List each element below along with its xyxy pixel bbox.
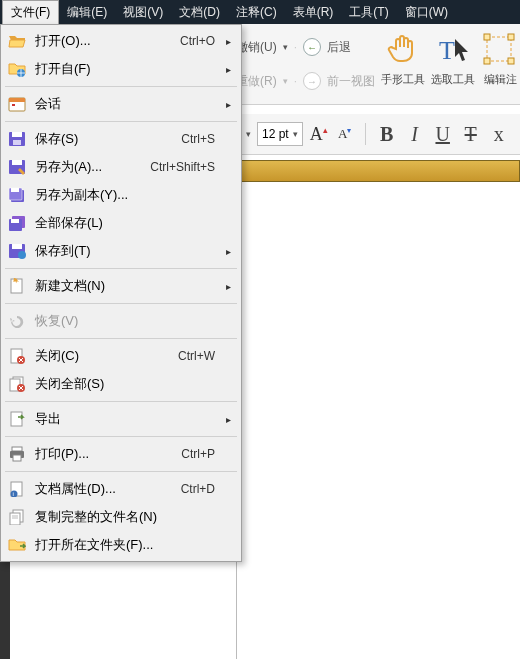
close-all-icon [7,374,27,394]
dropdown-caret-icon[interactable]: ▾ [283,42,288,52]
italic-button[interactable]: I [404,123,426,146]
menu-item[interactable]: 关闭全部(S) [3,370,239,398]
menu-item[interactable]: 打开自(F)▸ [3,55,239,83]
menubar-item-comment[interactable]: 注释(C) [228,0,285,24]
menu-item[interactable]: 新建文档(N)▸ [3,272,239,300]
tool-label: 编辑注 [480,72,520,87]
hand-tool[interactable]: 手形工具 [380,28,426,87]
menu-item[interactable]: i文档属性(D)...Ctrl+D [3,475,239,503]
menu-item[interactable]: 导出▸ [3,405,239,433]
undo-label[interactable]: 撤销(U) [236,39,277,56]
menu-separator [5,401,237,402]
menu-separator [5,338,237,339]
redo-label[interactable]: 重做(R) [236,73,277,90]
menu-item[interactable]: 另存为(A)...Ctrl+Shift+S [3,153,239,181]
menu-item-label: 保存(S) [35,130,173,148]
menu-item[interactable]: 保存到(T)▸ [3,237,239,265]
font-size-combo[interactable]: 12 pt ▾ [257,122,303,146]
menu-item-label: 打开自(F) [35,60,215,78]
menu-item[interactable]: 打开(O)...Ctrl+O▸ [3,27,239,55]
menu-item-label: 打开(O)... [35,32,172,50]
font-size-value: 12 pt [262,127,289,141]
file-menu: 打开(O)...Ctrl+O▸打开自(F)▸会话▸保存(S)Ctrl+S另存为(… [0,24,242,562]
menu-item-label: 全部保存(L) [35,214,215,232]
menu-item-label: 关闭(C) [35,347,170,365]
folder-globe-icon [7,59,27,79]
svg-rect-9 [12,104,15,106]
properties-icon: i [7,479,27,499]
strike-button[interactable]: T [460,123,482,146]
prev-view-arrow-icon[interactable]: → [303,72,321,90]
menu-item[interactable]: 打印(P)...Ctrl+P [3,440,239,468]
menu-item[interactable]: 保存(S)Ctrl+S [3,125,239,153]
menubar-item-tools[interactable]: 工具(T) [341,0,396,24]
menu-separator [5,436,237,437]
grow-font-button[interactable]: A▴ [309,124,329,145]
ribbon-history: 撤销(U) ▾ · ← 后退 重做(R) ▾ · → 前一视图 [236,24,380,104]
submenu-arrow-icon: ▸ [223,281,231,292]
prev-view-label[interactable]: 前一视图 [327,73,375,90]
svg-rect-3 [508,34,514,40]
menu-item[interactable]: 关闭(C)Ctrl+W [3,342,239,370]
svg-rect-17 [11,188,19,192]
menu-separator [5,303,237,304]
menu-item[interactable]: 复制完整的文件名(N) [3,503,239,531]
select-tool[interactable]: T 选取工具 [430,28,476,87]
menu-item[interactable]: 另存为副本(Y)... [3,181,239,209]
svg-rect-38 [10,513,20,525]
menu-item-shortcut: Ctrl+Shift+S [150,160,215,174]
menu-item[interactable]: 打开所在文件夹(F)... [3,531,239,559]
svg-rect-20 [11,219,19,223]
dropdown-caret-icon[interactable]: ▾ [283,76,288,86]
menu-separator [5,86,237,87]
close-doc-icon [7,346,27,366]
document-tab-strip[interactable] [236,160,520,182]
tool-label: 选取工具 [430,72,476,87]
menu-item[interactable]: 全部保存(L) [3,209,239,237]
submenu-arrow-icon: ▸ [223,246,231,257]
menu-item[interactable]: 会话▸ [3,90,239,118]
menu-item-label: 另存为副本(Y)... [35,186,215,204]
menubar-item-document[interactable]: 文档(D) [171,0,228,24]
svg-rect-14 [12,160,22,165]
menubar-item-file[interactable]: 文件(F) [2,0,59,24]
hand-icon [380,28,426,72]
save-icon [7,129,27,149]
svg-rect-12 [13,140,21,145]
calendar-icon [7,94,27,114]
more-format-button[interactable]: x [488,123,510,146]
menu-item-label: 打开所在文件夹(F)... [35,536,215,554]
menu-item-label: 文档属性(D)... [35,480,173,498]
back-label[interactable]: 后退 [327,39,351,56]
menubar-label: 文件(F) [11,4,50,21]
ribbon-tools: 手形工具 T 选取工具 编辑注 [380,24,520,104]
bold-button[interactable]: B [376,123,398,146]
menu-item-label: 恢复(V) [35,312,215,330]
print-icon [7,444,27,464]
menu-item-label: 导出 [35,410,215,428]
menubar: 文件(F) 编辑(E) 视图(V) 文档(D) 注释(C) 表单(R) 工具(T… [0,0,520,24]
copy-name-icon [7,507,27,527]
save-all-icon [7,213,27,233]
menu-item-label: 复制完整的文件名(N) [35,508,215,526]
underline-button[interactable]: U [432,123,454,146]
edit-annot-tool[interactable]: 编辑注 [480,28,520,87]
menubar-item-view[interactable]: 视图(V) [115,0,171,24]
separator [365,123,366,145]
svg-text:i: i [13,491,14,497]
shrink-font-button[interactable]: A▾ [335,126,355,142]
menubar-item-window[interactable]: 窗口(W) [397,0,456,24]
svg-rect-30 [11,412,22,426]
submenu-arrow-icon: ▸ [223,64,231,75]
back-arrow-icon[interactable]: ← [303,38,321,56]
submenu-arrow-icon: ▸ [223,36,231,47]
menu-item-shortcut: Ctrl+D [181,482,215,496]
svg-rect-33 [13,455,21,461]
menu-item-shortcut: Ctrl+P [181,447,215,461]
select-box-icon [480,28,520,72]
chevron-down-icon[interactable]: ▾ [246,129,251,139]
menubar-item-edit[interactable]: 编辑(E) [59,0,115,24]
menubar-item-form[interactable]: 表单(R) [285,0,342,24]
svg-text:T: T [439,36,455,65]
menu-item-shortcut: Ctrl+O [180,34,215,48]
